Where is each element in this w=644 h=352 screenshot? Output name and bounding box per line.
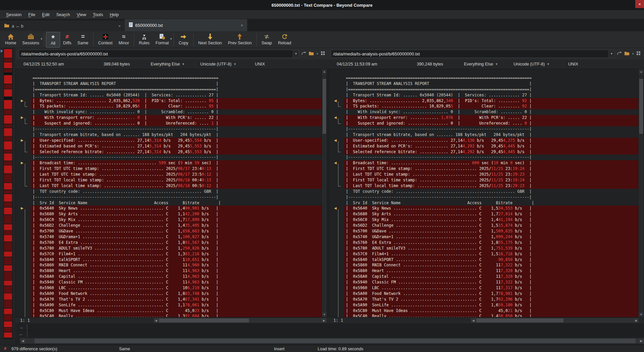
tab-file-650000000[interactable]: 650000000.txt × — [125, 19, 247, 31]
text-line[interactable]: | 0x5C40 Really ........................… — [16, 313, 322, 317]
diff-map[interactable] — [4, 49, 12, 339]
layout-grid-icon[interactable] — [321, 51, 325, 57]
section-arrow-right-icon[interactable]: ▶ — [21, 98, 23, 103]
text-line[interactable]: | First TDT UTC time stamp: ............… — [329, 166, 638, 172]
section-arrow-left-icon[interactable]: ◀ — [334, 115, 337, 120]
text-line[interactable]: | 0x5760 E4 Extra ......................… — [16, 240, 322, 246]
chevron-down-icon[interactable]: ▼ — [547, 62, 550, 66]
window-close-button[interactable]: × — [635, 0, 644, 8]
text-line[interactable]: ▶| Broadcast time: .....................… — [16, 160, 322, 166]
tab-close-icon[interactable]: × — [240, 23, 243, 28]
chevron-down-icon[interactable]: ▼ — [40, 37, 43, 41]
scroll-up-icon[interactable]: ▲ — [639, 69, 644, 74]
chevron-down-icon[interactable]: ▼ — [233, 62, 236, 66]
text-line[interactable]: |---------------------------------------… — [329, 155, 638, 160]
text-line[interactable]: | 0x5A90 SonLife .......................… — [16, 302, 322, 308]
text-line[interactable]: | Last TOT local time stamp: ...........… — [329, 183, 638, 189]
chevron-down-icon[interactable]: ▼ — [632, 52, 634, 55]
scrollbar-thumb[interactable] — [476, 318, 564, 322]
text-line[interactable]: |---------------------------------------… — [16, 194, 322, 200]
text-line[interactable]: | 0x5760 E4 Extra ......................… — [329, 240, 638, 246]
scroll-down-icon[interactable]: ▼ — [322, 312, 327, 317]
scroll-left-icon[interactable]: ◀ — [154, 318, 158, 323]
section-arrow-left-icon[interactable]: ◀ — [334, 98, 337, 103]
left-horizontal-scrollbar[interactable]: ◀ ▶ — [154, 318, 326, 323]
reload-button[interactable]: Reload — [275, 32, 294, 48]
menu-view[interactable]: View — [73, 11, 90, 18]
text-line[interactable]: | TRANSPORT STREAM ANALYSIS REPORT | — [329, 81, 638, 87]
text-line[interactable]: | Transport Stream Id: ...... 0x5040 (20… — [16, 92, 322, 98]
text-line[interactable]: | TS packets: ................... 10,829… — [16, 103, 322, 109]
section-arrow-left-icon[interactable]: ◀ — [334, 206, 337, 211]
text-line[interactable]: | TS packets: ................... 10,829… — [329, 103, 638, 109]
right-pane-text[interactable]: ========================================… — [329, 69, 638, 317]
text-line[interactable]: ◀| Broadcast time: .....................… — [329, 160, 638, 166]
text-line[interactable]: | Suspect and ignored: .................… — [329, 121, 638, 126]
text-line[interactable]: |---------------------------------------… — [16, 126, 322, 132]
same-button[interactable]: =Same — [74, 32, 92, 48]
text-line[interactable]: | Last TOT local time stamp: ...........… — [16, 183, 322, 189]
section-arrow-right-icon[interactable]: ▶ — [21, 115, 23, 120]
text-line[interactable]: | 0x58A0 Capital .......................… — [16, 274, 322, 279]
menu-help[interactable]: Help — [106, 11, 122, 18]
left-path-input[interactable]: /data/media/ts-analysis-post/a/650000000… — [19, 50, 293, 58]
text-line[interactable]: | TOT country code: ....................… — [16, 189, 322, 194]
text-line[interactable]: | 0x5740 U&Drama+1 .....................… — [16, 234, 322, 240]
text-line[interactable]: ========================================… — [329, 75, 638, 81]
scroll-right-icon[interactable]: ▶ — [634, 318, 639, 323]
text-line[interactable]: ◀| 0x5640 Sky News .....................… — [329, 206, 638, 211]
menu-tools[interactable]: Tools — [90, 11, 106, 18]
section-arrow-right-icon[interactable]: ▶ — [21, 206, 23, 211]
text-line[interactable]: | 0x5940 Classic FM ....................… — [329, 279, 638, 285]
scroll-right-icon[interactable]: ▶ — [322, 318, 326, 323]
text-line[interactable]: | 0x56C0 Sky Mix .......................… — [16, 217, 322, 223]
detail-horizontal-scrollbar[interactable]: ◀ ▶ — [20, 338, 644, 344]
right-arrow-icon[interactable]: → — [15, 324, 27, 330]
jump-to-file-icon[interactable] — [301, 51, 307, 57]
insert-mode-status[interactable]: Insert — [274, 347, 284, 351]
text-line[interactable]: | 0x5A00 Food Network ..................… — [329, 291, 638, 297]
text-line[interactable]: | 0x5840 talkSPORT .....................… — [16, 257, 322, 263]
text-line[interactable]: | 0x5880 Heart .........................… — [329, 268, 638, 274]
text-line[interactable]: |---------------------------------------… — [16, 155, 322, 160]
right-rule-dropdown[interactable]: Everything Else — [464, 62, 493, 67]
layout-grid-icon[interactable] — [636, 51, 641, 57]
left-line-detail[interactable] — [27, 324, 644, 330]
left-vertical-scrollbar[interactable]: ▲ ▼ — [322, 69, 327, 317]
text-line[interactable]: | Selected reference bitrate: ..........… — [16, 149, 322, 155]
text-line[interactable]: ▶| Bytes: ..................... 2,035,86… — [16, 98, 322, 104]
scroll-up-icon[interactable]: ▲ — [322, 69, 327, 74]
tab-close-icon[interactable]: × — [118, 24, 121, 29]
left-pane-text[interactable]: ========================================… — [16, 69, 322, 317]
chevron-down-icon[interactable]: ▼ — [495, 62, 498, 66]
browse-folder-icon[interactable] — [624, 51, 630, 57]
text-line[interactable]: | 0x5860 RNIB Connect ..................… — [16, 262, 322, 268]
menu-search[interactable]: Search — [53, 11, 73, 18]
minor-button[interactable]: ≈Minor — [116, 32, 132, 48]
scroll-left-icon[interactable]: ◀ — [20, 338, 25, 344]
swap-button[interactable]: Swap — [258, 32, 275, 48]
text-line[interactable]: |=======================================… — [16, 87, 322, 92]
next-section-button[interactable]: Next Section — [195, 32, 225, 48]
text-line[interactable]: | Transport stream bitrate, based on ...… — [329, 132, 638, 138]
text-line[interactable]: | TRANSPORT STREAM ANALYSIS REPORT | — [16, 81, 322, 87]
text-line[interactable]: ◀| With transport error: ............ 1,… — [329, 115, 638, 121]
sessions-button[interactable]: Sessions▼ — [19, 32, 42, 48]
text-line[interactable]: | Srv Id Service Name Access Bitrate | — [16, 200, 322, 206]
text-line[interactable]: ▶| 0x5640 Sky News .....................… — [16, 206, 322, 211]
text-line[interactable]: | First TOT local time stamp: ..........… — [329, 177, 638, 183]
text-line[interactable]: ▶| User-specified: .....................… — [16, 138, 322, 143]
text-line[interactable]: | Transport stream bitrate, based on ...… — [16, 132, 322, 138]
text-line[interactable]: | Last TDT UTC time stamp: .............… — [16, 172, 322, 177]
text-line[interactable]: | With invalid sync: ...................… — [16, 109, 322, 115]
text-line[interactable]: | 0x5780 ADULT smileTV3 ................… — [329, 246, 638, 251]
scrollbar-thumb[interactable] — [159, 318, 249, 322]
text-line[interactable]: ◀| User-specified: .....................… — [329, 138, 638, 143]
rules-button[interactable]: Rules — [136, 32, 153, 48]
scroll-down-icon[interactable]: ▼ — [639, 312, 644, 317]
text-line[interactable]: | 0x5880 Heart .........................… — [16, 268, 322, 274]
right-encoding-dropdown[interactable]: Unicode (UTF-8) — [514, 62, 545, 67]
text-line[interactable]: | Srv Id Service Name Access Bitrate | — [329, 200, 638, 206]
right-path-input[interactable]: /data/media/ts-analysis-post/b/650000000… — [331, 50, 609, 58]
right-vertical-scrollbar[interactable]: ▲ ▼ — [638, 69, 644, 317]
